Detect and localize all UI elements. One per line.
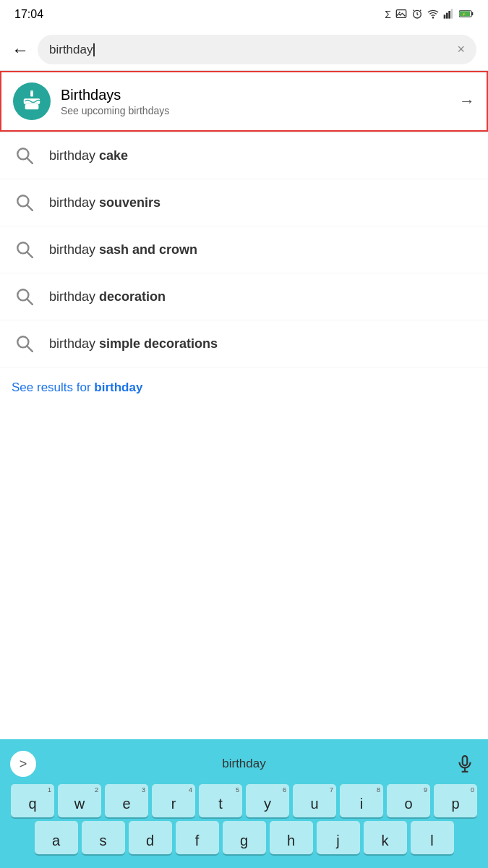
key-s[interactable]: s [82,821,125,854]
svg-point-3 [432,17,433,17]
suggestion-birthday-sash[interactable]: birthday sash and crown [0,226,488,273]
search-text: birthday [49,43,93,56]
keyboard: > birthday q1 w2 e3 r4 t5 y6 u7 i8 o9 p0… [0,739,488,868]
alarm-icon [411,8,423,22]
see-results-prefix: See results for [12,380,94,394]
mic-icon [455,754,474,773]
birthdays-icon [13,82,51,120]
key-o[interactable]: o9 [387,784,430,817]
birthdays-title: Birthdays [61,87,459,103]
keyboard-row-2: a s d f g h j k l [4,821,484,854]
search-icon-4 [15,287,34,306]
search-icon-5 [15,334,34,353]
birthdays-text: Birthdays See upcoming birthdays [61,87,459,116]
key-d[interactable]: d [129,821,172,854]
battery-icon: ⚡ [459,9,474,21]
see-results-query: birthday [94,380,142,394]
suggestion-birthday-decoration[interactable]: birthday decoration [0,273,488,320]
text-cursor [93,43,95,56]
search-icon-wrap-2 [12,190,38,216]
key-k[interactable]: k [364,821,407,854]
suggestion-bold-2: souvenirs [99,195,160,210]
svg-rect-7 [451,9,453,18]
suggestion-text-5: birthday simple decorations [49,336,218,352]
search-input-value: birthday [49,43,95,57]
svg-line-19 [27,205,33,210]
back-button[interactable]: ← [12,40,29,60]
search-icon-wrap-4 [12,284,38,310]
suggestion-bold-3: sash and crown [99,242,197,257]
suggestion-text-3: birthday sash and crown [49,242,197,258]
birthdays-subtitle: See upcoming birthdays [61,105,459,116]
key-w[interactable]: w2 [58,784,101,817]
key-l[interactable]: l [411,821,454,854]
search-bar: ← birthday × [0,29,488,70]
key-h[interactable]: h [270,821,313,854]
clear-button[interactable]: × [457,42,465,57]
keyboard-expand-button[interactable]: > [10,751,36,777]
key-u[interactable]: u7 [293,784,336,817]
key-r[interactable]: r4 [152,784,195,817]
keyboard-top-row: > birthday [4,746,484,784]
key-i[interactable]: i8 [340,784,383,817]
key-j[interactable]: j [317,821,360,854]
svg-rect-14 [24,98,40,104]
key-g[interactable]: g [223,821,266,854]
status-time: 17:04 [14,8,43,21]
key-t[interactable]: t5 [199,784,242,817]
key-a[interactable]: a [35,821,78,854]
svg-rect-15 [25,104,39,110]
svg-point-1 [399,12,401,13]
keyboard-word-suggestion: birthday [222,757,265,771]
suggestion-bold-4: decoration [99,289,166,304]
see-results-link[interactable]: See results for birthday [0,367,488,408]
search-icon-wrap-5 [12,331,38,357]
search-icon-2 [15,193,34,212]
birthday-cake-icon [21,90,43,112]
search-icon-1 [15,146,34,165]
birthdays-result[interactable]: Birthdays See upcoming birthdays → [0,71,488,132]
suggestions-list: birthday cake birthday souvenirs birthda… [0,132,488,367]
signal-icon [443,8,455,22]
search-icon-3 [15,240,34,259]
sigma-icon: Σ [385,9,391,20]
suggestion-bold-5: simple decorations [99,336,218,351]
suggestion-bold-1: cake [99,148,128,163]
svg-line-17 [27,158,33,163]
suggestion-text-2: birthday souvenirs [49,195,160,210]
search-icon-wrap-3 [12,237,38,263]
wifi-icon [427,8,439,22]
svg-rect-5 [446,12,448,18]
svg-rect-26 [463,756,468,765]
svg-rect-4 [444,14,446,18]
birthdays-arrow: → [459,92,475,111]
search-icon-wrap-1 [12,142,38,169]
svg-rect-10 [471,12,473,14]
svg-line-25 [27,346,33,352]
suggestion-text-1: birthday cake [49,148,128,163]
key-y[interactable]: y6 [246,784,289,817]
status-icons: Σ ⚡ [385,8,474,22]
svg-line-23 [27,299,33,305]
key-q[interactable]: q1 [11,784,54,817]
svg-rect-6 [448,11,450,19]
status-bar: 17:04 Σ ⚡ [0,0,488,29]
image-icon [395,8,407,22]
key-e[interactable]: e3 [105,784,148,817]
suggestion-text-4: birthday decoration [49,289,166,305]
svg-line-21 [27,252,33,258]
keyboard-row-1: q1 w2 e3 r4 t5 y6 u7 i8 o9 p0 [4,784,484,817]
suggestion-birthday-cake[interactable]: birthday cake [0,132,488,179]
suggestion-birthday-simple[interactable]: birthday simple decorations [0,320,488,367]
keyboard-mic-button[interactable] [452,751,478,777]
key-f[interactable]: f [176,821,219,854]
suggestion-birthday-souvenirs[interactable]: birthday souvenirs [0,179,488,226]
key-p[interactable]: p0 [434,784,477,817]
search-input-container[interactable]: birthday × [38,35,476,64]
